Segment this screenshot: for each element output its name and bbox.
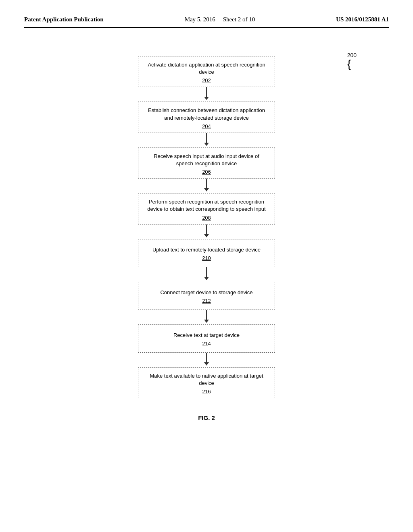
arrow-head-7 xyxy=(204,362,209,366)
publication-date: May 5, 2016 xyxy=(185,16,215,23)
flow-box-206-text: Receive speech input at audio input devi… xyxy=(146,153,267,167)
flow-box-212-ref: 212 xyxy=(202,298,211,304)
arrow-line-1 xyxy=(206,87,207,97)
flow-box-208-text: Perform speech recognition at speech rec… xyxy=(146,198,267,213)
flow-box-214: Receive text at target device 214 xyxy=(138,324,275,353)
flow-box-202-text: Activate dictation application at speech… xyxy=(146,61,267,76)
figure-label: FIG. 2 xyxy=(198,414,215,421)
arrow-5 xyxy=(204,267,209,282)
flow-box-210-ref: 210 xyxy=(202,255,211,261)
flow-box-206: Receive speech input at audio input devi… xyxy=(138,148,275,179)
arrow-head-4 xyxy=(204,234,209,237)
flow-box-204: Establish connection between dictation a… xyxy=(138,102,275,133)
arrow-3 xyxy=(204,179,209,193)
patent-number: US 2016/0125881 A1 xyxy=(336,16,389,23)
arrow-7 xyxy=(204,353,209,367)
flow-box-206-ref: 206 xyxy=(202,169,211,175)
flow-step-214: Receive text at target device 214 xyxy=(24,324,389,353)
flow-box-202-ref: 202 xyxy=(202,77,211,83)
sheet-info: Sheet 2 of 10 xyxy=(223,16,255,23)
arrow-1 xyxy=(204,87,209,102)
arrow-line-3 xyxy=(206,179,207,188)
flow-box-202: Activate dictation application at speech… xyxy=(138,56,275,87)
flow-box-210: Upload text to remotely-located storage … xyxy=(138,239,275,267)
arrow-line-7 xyxy=(206,353,207,362)
diagram-area: 200 } Activate dictation application at … xyxy=(24,48,389,421)
header-center: May 5, 2016 Sheet 2 of 10 xyxy=(185,16,255,23)
flow-step-208: Perform speech recognition at speech rec… xyxy=(24,193,389,224)
arrow-4 xyxy=(204,224,209,239)
ref-bracket: } xyxy=(347,58,351,70)
publication-title: Patent Application Publication xyxy=(24,16,104,23)
flow-box-208-ref: 208 xyxy=(202,215,211,221)
arrow-head-6 xyxy=(204,320,209,323)
arrow-head-2 xyxy=(204,143,209,146)
arrow-line-4 xyxy=(206,224,207,234)
flow-step-216: Make text available to native applicatio… xyxy=(24,367,389,398)
page-header: Patent Application Publication May 5, 20… xyxy=(24,16,389,28)
arrow-head-1 xyxy=(204,97,209,100)
flow-box-210-text: Upload text to remotely-located storage … xyxy=(152,246,261,254)
flow-box-212: Connect target device to storage device … xyxy=(138,282,275,310)
flow-step-210: Upload text to remotely-located storage … xyxy=(24,239,389,267)
flow-box-212-text: Connect target device to storage device xyxy=(160,289,252,296)
arrow-head-5 xyxy=(204,277,209,280)
arrow-line-6 xyxy=(206,310,207,320)
diagram-ref-200: 200 } xyxy=(347,52,357,70)
flow-step-202: Activate dictation application at speech… xyxy=(24,56,389,87)
flow-box-216-text: Make text available to native applicatio… xyxy=(146,372,267,387)
flow-box-204-ref: 204 xyxy=(202,123,211,129)
flow-step-204: Establish connection between dictation a… xyxy=(24,102,389,133)
arrow-line-5 xyxy=(206,267,207,277)
flow-box-204-text: Establish connection between dictation a… xyxy=(146,107,267,121)
arrow-6 xyxy=(204,310,209,324)
arrow-2 xyxy=(204,133,209,148)
arrow-line-2 xyxy=(206,133,207,143)
flow-box-216: Make text available to native applicatio… xyxy=(138,367,275,398)
flow-box-214-ref: 214 xyxy=(202,341,211,347)
page-container: Patent Application Publication May 5, 20… xyxy=(0,0,413,532)
flow-box-216-ref: 216 xyxy=(202,389,211,395)
flow-box-208: Perform speech recognition at speech rec… xyxy=(138,193,275,224)
arrow-head-3 xyxy=(204,188,209,191)
flow-box-214-text: Receive text at target device xyxy=(173,332,240,339)
flow-step-206: Receive speech input at audio input devi… xyxy=(24,148,389,179)
flow-step-212: Connect target device to storage device … xyxy=(24,282,389,310)
